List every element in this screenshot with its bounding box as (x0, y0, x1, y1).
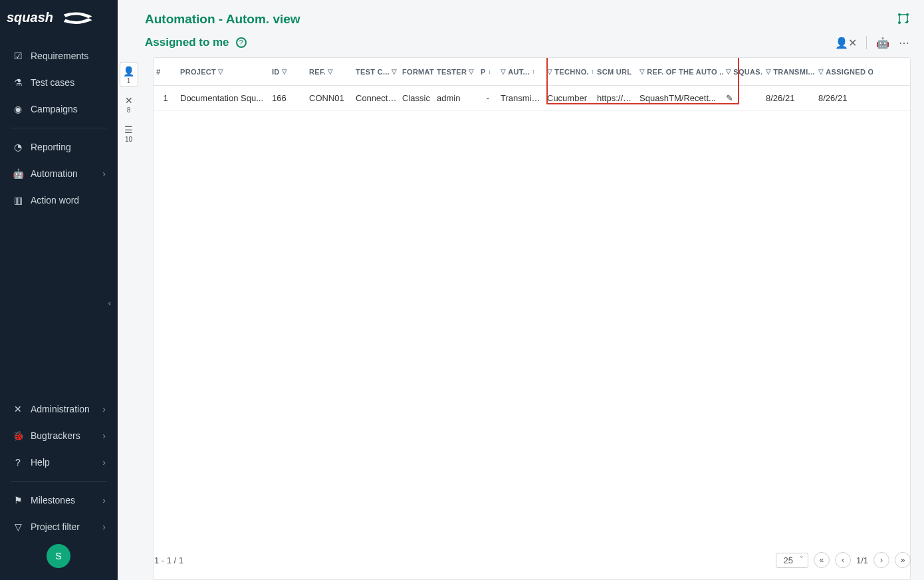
nav-action-word[interactable]: ▥Action word (0, 187, 118, 214)
rail-item-3[interactable]: ☰10 (120, 120, 138, 146)
data-table: # PROJECT▽ ID▽ REF.▽ TEST C...▽ FORMAT T… (153, 57, 911, 580)
table-row[interactable]: 1 Documentation Squ... 166 CONN01 Connec… (154, 86, 910, 111)
nav-requirements[interactable]: ☑Requirements (0, 43, 118, 69)
th-tester[interactable]: TESTER▽ (434, 68, 478, 76)
th-project[interactable]: PROJECT▽ (177, 68, 269, 76)
th-id[interactable]: ID▽ (269, 68, 306, 76)
chevron-right-icon: › (102, 457, 106, 468)
nav-test-cases[interactable]: ⚗Test cases (0, 69, 118, 96)
filter-icon[interactable]: ▽ (218, 68, 223, 75)
table-header-row: # PROJECT▽ ID▽ REF.▽ TEST C...▽ FORMAT T… (154, 58, 910, 86)
cell-transmitted: 8/26/21 (763, 93, 816, 103)
unassign-icon[interactable]: 👤✕ (835, 37, 857, 49)
check-square-icon: ☑ (12, 50, 24, 62)
svg-point-2 (906, 13, 909, 16)
th-aut[interactable]: ▽AUT...↑ (498, 68, 544, 76)
cell-priority: - (478, 93, 498, 103)
th-transmitted[interactable]: ▽TRANSMI... (763, 68, 816, 76)
question-circle-icon: ? (12, 456, 24, 468)
more-menu-icon[interactable]: ⋯ (899, 37, 909, 49)
page-title: Automation - Autom. view (145, 12, 300, 27)
cell-aut: Transmitt... (498, 93, 544, 103)
filter-icon[interactable]: ▽ (282, 68, 287, 75)
cell-ref: CONN01 (306, 93, 353, 103)
nav-label: Campaigns (31, 104, 78, 114)
user-initial: S (55, 551, 61, 561)
pager-indicator: 1/1 (856, 555, 868, 565)
nav-bugtrackers[interactable]: 🐞Bugtrackers› (0, 422, 118, 449)
pager-last-button[interactable]: » (895, 552, 911, 568)
th-techno[interactable]: ▽TECHNO.↑ (544, 68, 594, 76)
cell-techno: Cucumber (544, 93, 594, 103)
cell-tester: admin (434, 93, 478, 103)
th-format[interactable]: FORMAT (400, 68, 434, 76)
bug-icon: 🐞 (12, 430, 24, 442)
nav-label: Help (31, 457, 50, 468)
rail-assigned-to-me[interactable]: 👤1 (120, 62, 138, 87)
header-actions: 👤✕ 🤖 ⋯ (835, 36, 909, 49)
page-size-select[interactable]: 25 (776, 553, 808, 568)
rail-item-2[interactable]: ✕8 (120, 91, 138, 116)
pager-bar: 1 - 1 / 1 25 « ‹ 1/1 › » (154, 552, 911, 568)
sidebar-collapse-icon[interactable]: ‹ (108, 298, 111, 308)
svg-point-3 (898, 21, 901, 24)
svg-point-1 (898, 13, 901, 16)
filter-icon[interactable]: ▽ (639, 68, 645, 75)
person-x-icon: ✕ (125, 95, 133, 106)
th-testcase[interactable]: TEST C...▽ (353, 68, 400, 76)
th-ref[interactable]: REF.▽ (306, 68, 353, 76)
nav-project-filter[interactable]: ▽Project filter› (0, 513, 118, 540)
nav-label: Administration (31, 404, 90, 414)
cell-scm: https://g... (594, 93, 637, 103)
chevron-right-icon: › (102, 495, 106, 506)
filter-icon[interactable]: ▽ (392, 68, 397, 75)
th-scm-url[interactable]: SCM URL (594, 68, 637, 76)
th-squas[interactable]: ▽SQUAS... (723, 68, 763, 76)
nav-label: Project filter (31, 521, 80, 532)
help-icon[interactable]: ? (236, 37, 247, 48)
filter-icon[interactable]: ▽ (469, 68, 474, 75)
user-avatar[interactable]: S (47, 544, 70, 568)
nav-administration[interactable]: ✕Administration› (0, 396, 118, 422)
pager-next-button[interactable]: › (873, 552, 889, 568)
cell-project: Documentation Squ... (177, 93, 269, 103)
app-logo: squash (0, 0, 118, 39)
filter-icon[interactable]: ▽ (547, 68, 552, 75)
th-num[interactable]: # (154, 68, 177, 76)
filter-icon[interactable]: ▽ (766, 68, 771, 75)
nav-help[interactable]: ?Help› (0, 449, 118, 476)
pager-first-button[interactable]: « (814, 552, 830, 568)
pager-prev-button[interactable]: ‹ (835, 552, 851, 568)
th-priority[interactable]: P↓ (478, 68, 498, 76)
robot-action-icon[interactable]: 🤖 (876, 37, 889, 49)
filter-icon[interactable]: ▽ (328, 68, 333, 75)
rail-count: 8 (127, 106, 131, 114)
svg-text:squash: squash (7, 10, 53, 25)
squash-logo-icon: squash (7, 9, 106, 28)
divider (866, 36, 867, 49)
filter-icon[interactable]: ▽ (726, 68, 731, 75)
nav-label: Action word (31, 195, 79, 206)
cell-format: Classic (400, 93, 434, 103)
nav-automation[interactable]: 🤖Automation› (0, 160, 118, 187)
filter-icon[interactable]: ▽ (501, 68, 506, 75)
book-icon: ▥ (12, 194, 24, 206)
flask-icon: ⚗ (12, 76, 24, 88)
nav-campaigns[interactable]: ◉Campaigns (0, 96, 118, 122)
tree-toggle-icon[interactable] (897, 13, 909, 27)
robot-icon: 🤖 (12, 168, 24, 180)
pager-summary: 1 - 1 / 1 (154, 555, 183, 565)
rail-count: 10 (125, 136, 132, 143)
sort-desc-icon: ↓ (488, 68, 491, 75)
th-ref-auto[interactable]: ▽REF. OF THE AUTO ... (637, 68, 723, 76)
play-circle-icon: ◉ (12, 103, 24, 115)
sub-title: Assigned to me (145, 36, 229, 49)
nav-reporting[interactable]: ◔Reporting (0, 134, 118, 160)
cell-id: 166 (269, 93, 306, 103)
th-assigned-on[interactable]: ▽ASSIGNED ON (816, 68, 873, 76)
chevron-right-icon: › (102, 168, 106, 179)
nav-milestones[interactable]: ⚑Milestones› (0, 487, 118, 513)
filter-icon[interactable]: ▽ (818, 68, 824, 75)
cell-edit[interactable]: ✎ (723, 93, 763, 103)
nav-label: Test cases (31, 77, 74, 88)
